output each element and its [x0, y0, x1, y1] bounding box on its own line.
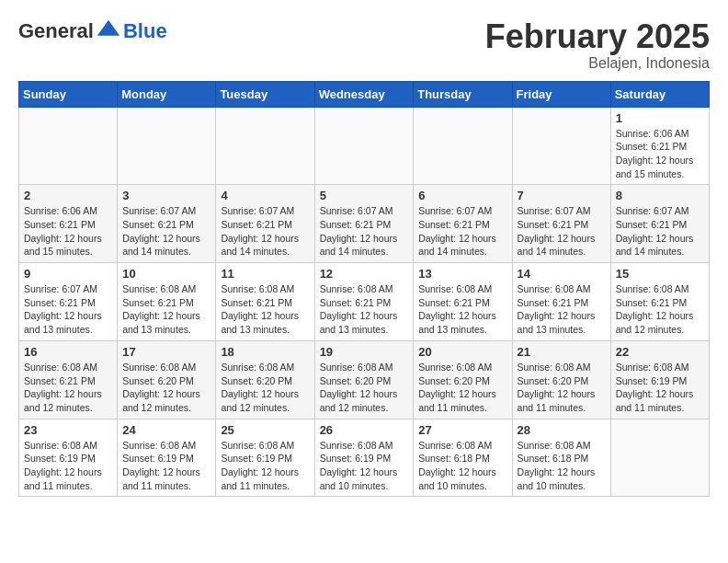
logo-icon — [96, 18, 121, 44]
calendar-cell: 23Sunrise: 6:08 AM Sunset: 6:19 PM Dayli… — [19, 419, 118, 497]
day-number: 20 — [418, 345, 506, 359]
day-number: 18 — [221, 345, 309, 359]
calendar-cell: 27Sunrise: 6:08 AM Sunset: 6:18 PM Dayli… — [414, 419, 512, 497]
calendar-cell: 28Sunrise: 6:08 AM Sunset: 6:18 PM Dayli… — [512, 419, 610, 497]
calendar-cell — [414, 107, 512, 185]
day-info: Sunrise: 6:08 AM Sunset: 6:21 PM Dayligh… — [24, 361, 112, 415]
day-number: 12 — [320, 267, 409, 281]
weekday-header-tuesday: Tuesday — [216, 81, 314, 107]
logo-blue: Blue — [123, 19, 167, 42]
day-number: 11 — [221, 267, 309, 281]
calendar-cell: 21Sunrise: 6:08 AM Sunset: 6:20 PM Dayli… — [512, 340, 610, 419]
day-info: Sunrise: 6:08 AM Sunset: 6:20 PM Dayligh… — [221, 361, 309, 415]
day-number: 5 — [320, 189, 409, 202]
weekday-header-sunday: Sunday — [19, 81, 118, 107]
calendar-cell: 15Sunrise: 6:08 AM Sunset: 6:21 PM Dayli… — [610, 263, 709, 341]
logo: General Blue — [18, 18, 167, 44]
day-info: Sunrise: 6:08 AM Sunset: 6:20 PM Dayligh… — [518, 361, 606, 415]
calendar-cell — [610, 419, 709, 497]
day-info: Sunrise: 6:07 AM Sunset: 6:21 PM Dayligh… — [24, 282, 112, 337]
day-info: Sunrise: 6:08 AM Sunset: 6:18 PM Dayligh… — [418, 439, 506, 493]
day-number: 10 — [122, 267, 210, 281]
day-number: 4 — [221, 189, 309, 202]
day-info: Sunrise: 6:07 AM Sunset: 6:21 PM Dayligh… — [122, 204, 210, 259]
weekday-header-thursday: Thursday — [414, 81, 512, 107]
day-number: 21 — [518, 345, 606, 359]
day-number: 14 — [518, 267, 606, 281]
calendar-week-4: 16Sunrise: 6:08 AM Sunset: 6:21 PM Dayli… — [19, 340, 710, 419]
calendar-cell: 26Sunrise: 6:08 AM Sunset: 6:19 PM Dayli… — [314, 419, 414, 497]
day-info: Sunrise: 6:08 AM Sunset: 6:19 PM Dayligh… — [122, 439, 210, 493]
calendar-cell: 9Sunrise: 6:07 AM Sunset: 6:21 PM Daylig… — [19, 263, 118, 341]
calendar-week-5: 23Sunrise: 6:08 AM Sunset: 6:19 PM Dayli… — [19, 419, 710, 497]
day-number: 7 — [518, 189, 606, 202]
day-number: 9 — [24, 267, 112, 281]
calendar-cell — [216, 107, 314, 185]
day-info: Sunrise: 6:08 AM Sunset: 6:20 PM Dayligh… — [418, 361, 506, 415]
calendar-cell — [19, 107, 118, 185]
calendar-cell: 7Sunrise: 6:07 AM Sunset: 6:21 PM Daylig… — [512, 185, 610, 263]
calendar-table: SundayMondayTuesdayWednesdayThursdayFrid… — [18, 81, 710, 498]
weekday-header-saturday: Saturday — [610, 81, 709, 107]
day-number: 24 — [122, 423, 210, 437]
calendar-cell — [314, 107, 414, 185]
calendar-cell: 1Sunrise: 6:06 AM Sunset: 6:21 PM Daylig… — [610, 107, 709, 185]
day-info: Sunrise: 6:07 AM Sunset: 6:21 PM Dayligh… — [518, 204, 606, 259]
day-number: 6 — [418, 189, 506, 202]
logo-general: General — [18, 19, 94, 43]
calendar-cell: 22Sunrise: 6:08 AM Sunset: 6:19 PM Dayli… — [610, 340, 709, 419]
weekday-header-friday: Friday — [512, 81, 610, 107]
calendar-cell — [118, 107, 216, 185]
day-info: Sunrise: 6:08 AM Sunset: 6:19 PM Dayligh… — [320, 439, 409, 493]
calendar-cell: 12Sunrise: 6:08 AM Sunset: 6:21 PM Dayli… — [314, 263, 414, 341]
day-info: Sunrise: 6:08 AM Sunset: 6:19 PM Dayligh… — [616, 361, 704, 415]
calendar-cell: 11Sunrise: 6:08 AM Sunset: 6:21 PM Dayli… — [216, 263, 314, 341]
day-info: Sunrise: 6:08 AM Sunset: 6:21 PM Dayligh… — [320, 282, 409, 337]
weekday-header-monday: Monday — [118, 81, 216, 107]
day-info: Sunrise: 6:08 AM Sunset: 6:21 PM Dayligh… — [518, 282, 606, 337]
day-info: Sunrise: 6:07 AM Sunset: 6:21 PM Dayligh… — [616, 204, 704, 259]
day-info: Sunrise: 6:08 AM Sunset: 6:21 PM Dayligh… — [122, 282, 210, 337]
day-number: 3 — [122, 189, 210, 202]
day-number: 27 — [418, 423, 506, 437]
day-info: Sunrise: 6:06 AM Sunset: 6:21 PM Dayligh… — [24, 204, 112, 259]
day-info: Sunrise: 6:07 AM Sunset: 6:21 PM Dayligh… — [221, 204, 309, 259]
day-number: 26 — [320, 423, 409, 437]
page-header: General Blue February 2025 Belajen, Indo… — [18, 18, 710, 72]
calendar-cell: 24Sunrise: 6:08 AM Sunset: 6:19 PM Dayli… — [118, 419, 216, 497]
day-info: Sunrise: 6:08 AM Sunset: 6:21 PM Dayligh… — [418, 282, 506, 337]
calendar-cell: 4Sunrise: 6:07 AM Sunset: 6:21 PM Daylig… — [216, 185, 314, 263]
calendar-cell: 17Sunrise: 6:08 AM Sunset: 6:20 PM Dayli… — [118, 340, 216, 419]
calendar-cell: 6Sunrise: 6:07 AM Sunset: 6:21 PM Daylig… — [414, 185, 512, 263]
day-number: 2 — [24, 189, 112, 202]
calendar-cell: 3Sunrise: 6:07 AM Sunset: 6:21 PM Daylig… — [118, 185, 216, 263]
location-title: Belajen, Indonesia — [485, 55, 710, 72]
calendar-cell: 18Sunrise: 6:08 AM Sunset: 6:20 PM Dayli… — [216, 340, 314, 419]
calendar-cell: 16Sunrise: 6:08 AM Sunset: 6:21 PM Dayli… — [19, 340, 118, 419]
calendar-week-1: 1Sunrise: 6:06 AM Sunset: 6:21 PM Daylig… — [19, 107, 710, 185]
day-number: 17 — [122, 345, 210, 359]
day-info: Sunrise: 6:07 AM Sunset: 6:21 PM Dayligh… — [320, 204, 409, 259]
day-info: Sunrise: 6:08 AM Sunset: 6:19 PM Dayligh… — [24, 439, 112, 493]
day-number: 25 — [221, 423, 309, 437]
day-info: Sunrise: 6:08 AM Sunset: 6:20 PM Dayligh… — [320, 361, 409, 415]
calendar-cell — [512, 107, 610, 185]
day-number: 22 — [616, 345, 704, 359]
calendar-cell: 14Sunrise: 6:08 AM Sunset: 6:21 PM Dayli… — [512, 263, 610, 341]
day-info: Sunrise: 6:06 AM Sunset: 6:21 PM Dayligh… — [616, 127, 704, 181]
calendar-cell: 25Sunrise: 6:08 AM Sunset: 6:19 PM Dayli… — [216, 419, 314, 497]
svg-marker-0 — [97, 20, 119, 36]
calendar-cell: 2Sunrise: 6:06 AM Sunset: 6:21 PM Daylig… — [19, 185, 118, 263]
day-number: 1 — [616, 111, 704, 125]
weekday-header-wednesday: Wednesday — [314, 81, 414, 107]
day-number: 8 — [616, 189, 704, 202]
weekday-header-row: SundayMondayTuesdayWednesdayThursdayFrid… — [19, 81, 710, 107]
day-number: 15 — [616, 267, 704, 281]
day-number: 28 — [518, 423, 606, 437]
calendar-cell: 8Sunrise: 6:07 AM Sunset: 6:21 PM Daylig… — [610, 185, 709, 263]
day-info: Sunrise: 6:08 AM Sunset: 6:19 PM Dayligh… — [221, 439, 309, 493]
calendar-cell: 19Sunrise: 6:08 AM Sunset: 6:20 PM Dayli… — [314, 340, 414, 419]
day-info: Sunrise: 6:08 AM Sunset: 6:21 PM Dayligh… — [616, 282, 704, 337]
calendar-cell: 13Sunrise: 6:08 AM Sunset: 6:21 PM Dayli… — [414, 263, 512, 341]
month-title: February 2025 — [485, 18, 710, 55]
